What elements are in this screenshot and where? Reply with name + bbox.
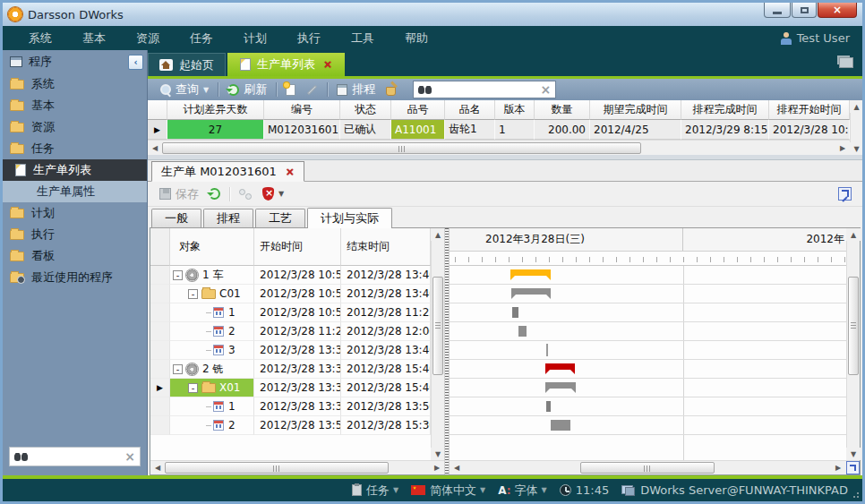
window-list-icon[interactable] <box>839 57 853 68</box>
menu-item-system[interactable]: 系统 <box>13 30 67 47</box>
scroll-right-icon[interactable]: ▶ <box>430 461 444 474</box>
tree-horizontal-scrollbar[interactable]: ◀ ▶ <box>150 460 444 474</box>
scroll-up-icon[interactable]: ▲ <box>850 100 864 113</box>
open-in-window-icon[interactable] <box>838 187 852 201</box>
collapse-node-icon[interactable]: - <box>188 383 198 393</box>
col-item-no[interactable]: 品号 <box>391 100 445 120</box>
query-button[interactable]: 查询 ▼ <box>155 80 214 99</box>
scroll-up-icon[interactable]: ▲ <box>846 228 861 241</box>
col-qty[interactable]: 数量 <box>535 100 590 120</box>
col-plan-diff-days[interactable]: 计划差异天数 <box>167 100 264 120</box>
col-start-time[interactable]: 开始时间 <box>254 228 341 266</box>
clear-search-icon[interactable]: × <box>540 83 551 96</box>
workflow-button[interactable] <box>234 184 257 204</box>
toolbar-search-input[interactable] <box>432 83 540 96</box>
menu-item-basic[interactable]: 基本 <box>67 30 121 47</box>
tree-row[interactable]: -1 车 2012/3/28 10:52 2012/3/28 13:40 <box>150 266 431 285</box>
chevron-down-icon[interactable]: ▼ <box>393 486 398 494</box>
maximize-button[interactable] <box>792 3 817 18</box>
close-tab-icon[interactable]: × <box>286 166 295 178</box>
gantt-horizontal-scrollbar[interactable]: ◀ ▶ <box>450 460 860 474</box>
clean-button[interactable] <box>381 80 404 99</box>
status-font-menu[interactable]: A: 字体 ▼ <box>498 483 546 499</box>
tree-row[interactable]: 3 2012/3/28 13:30 2012/3/28 13:40 <box>150 341 431 360</box>
tree-row[interactable]: 2 2012/3/28 11:22 2012/3/28 12:00 <box>150 322 431 341</box>
scrollbar-thumb[interactable] <box>432 277 443 375</box>
sidebar-item-task[interactable]: 任务 <box>3 138 147 159</box>
detail-refresh-button[interactable] <box>203 184 226 204</box>
scroll-down-icon[interactable]: ▼ <box>846 448 861 460</box>
col-code[interactable]: 编号 <box>264 100 340 120</box>
tab-general[interactable]: 一般 <box>151 209 201 227</box>
tree-row[interactable]: -2 铣 2012/3/28 13:30 2012/3/28 15:40 <box>150 360 431 379</box>
cell-code[interactable]: M012031601 <box>264 120 340 140</box>
close-tab-icon[interactable]: × <box>323 58 332 71</box>
cell-sched-start[interactable]: 2012/3/28 10:52 <box>769 120 850 140</box>
cell-qty[interactable]: 200.00 <box>535 120 590 140</box>
tree-vertical-scrollbar[interactable]: ▲ ▼ <box>431 228 444 460</box>
grid-horizontal-scrollbar[interactable]: ◀ ▶ <box>148 140 850 155</box>
scrollbar-thumb[interactable] <box>165 462 389 474</box>
scroll-right-icon[interactable]: ▶ <box>831 461 845 474</box>
tree-row[interactable]: 1 2012/3/28 13:30 2012/3/28 13:50 <box>150 397 431 416</box>
col-sched-start[interactable]: 排程开始时间 <box>769 100 850 120</box>
current-user[interactable]: Test User <box>781 31 850 45</box>
clear-search-icon[interactable]: × <box>124 450 135 463</box>
collapse-node-icon[interactable]: - <box>173 270 183 280</box>
menu-item-execute[interactable]: 执行 <box>282 30 336 47</box>
sidebar-item-plan[interactable]: 计划 <box>3 202 147 224</box>
chevron-down-icon[interactable]: ▼ <box>278 190 284 198</box>
scroll-left-icon[interactable]: ◀ <box>450 461 464 474</box>
status-language-menu[interactable]: 简体中文 ▼ <box>411 483 485 499</box>
col-item-name[interactable]: 品名 <box>445 100 495 120</box>
gantt-bar[interactable] <box>512 307 518 318</box>
cell-plan-diff-days[interactable]: 27 <box>167 120 264 140</box>
tab-start-page[interactable]: 起始页 <box>148 53 226 76</box>
gantt-bar[interactable] <box>546 401 551 412</box>
gantt-fit-icon[interactable] <box>846 461 860 474</box>
status-task-menu[interactable]: 任务 ▼ <box>352 483 398 499</box>
menu-item-help[interactable]: 帮助 <box>390 30 443 47</box>
schedule-button[interactable]: 排程 <box>331 80 381 99</box>
scrollbar-thumb[interactable] <box>848 277 859 375</box>
tree-row[interactable]: 2 2012/3/28 13:50 2012/3/28 15:30 <box>150 416 431 435</box>
sidebar-item-production-order-list[interactable]: 生产单列表 <box>3 159 147 181</box>
gantt-bar[interactable] <box>518 326 527 337</box>
minimize-button[interactable] <box>764 3 791 18</box>
scroll-down-icon[interactable]: ▼ <box>850 142 864 155</box>
scroll-up-icon[interactable]: ▲ <box>431 228 445 241</box>
sidebar-item-execute[interactable]: 执行 <box>3 224 147 245</box>
gantt-bar[interactable] <box>551 420 570 431</box>
cancel-confirm-button[interactable]: ▼ <box>257 184 289 204</box>
detail-tab-production-order[interactable]: 生产单 M012031601 × <box>151 161 304 182</box>
tab-schedule[interactable]: 排程 <box>203 209 253 227</box>
col-end-time[interactable]: 结束时间 <box>341 228 431 266</box>
sidebar-item-kanban[interactable]: 看板 <box>3 245 147 267</box>
sidebar-collapse-button[interactable]: ‹ <box>128 55 143 70</box>
chevron-down-icon[interactable]: ▼ <box>203 86 209 94</box>
gantt-bar[interactable] <box>510 269 551 276</box>
scroll-left-icon[interactable]: ◀ <box>148 141 162 155</box>
scroll-right-icon[interactable]: ▶ <box>835 141 850 155</box>
resize-grip[interactable] <box>852 491 860 499</box>
col-object[interactable]: 对象 <box>170 228 254 266</box>
scroll-left-icon[interactable]: ◀ <box>150 461 165 474</box>
tab-process[interactable]: 工艺 <box>255 209 305 227</box>
collapse-node-icon[interactable]: - <box>188 289 198 299</box>
sidebar-search-input[interactable] <box>28 450 124 463</box>
sidebar-item-basic[interactable]: 基本 <box>3 95 147 116</box>
cell-item-no[interactable]: A11001 <box>391 120 445 140</box>
col-status[interactable]: 状态 <box>340 100 391 120</box>
col-version[interactable]: 版本 <box>495 100 535 120</box>
sidebar-item-production-order-properties[interactable]: 生产单属性 <box>3 181 147 202</box>
save-button[interactable]: 保存 <box>155 186 203 202</box>
scroll-down-icon[interactable]: ▼ <box>431 448 445 460</box>
edit-button[interactable] <box>301 80 323 99</box>
new-button[interactable] <box>280 80 301 99</box>
sidebar-item-resource[interactable]: 资源 <box>3 116 147 138</box>
chevron-down-icon[interactable]: ▼ <box>542 486 547 494</box>
tree-row[interactable]: 1 2012/3/28 10:52 2012/3/28 11:22 <box>150 303 431 322</box>
col-sched-finish[interactable]: 排程完成时间 <box>681 100 769 120</box>
menu-item-tools[interactable]: 工具 <box>336 30 390 47</box>
refresh-button[interactable]: 刷新 <box>222 80 272 99</box>
